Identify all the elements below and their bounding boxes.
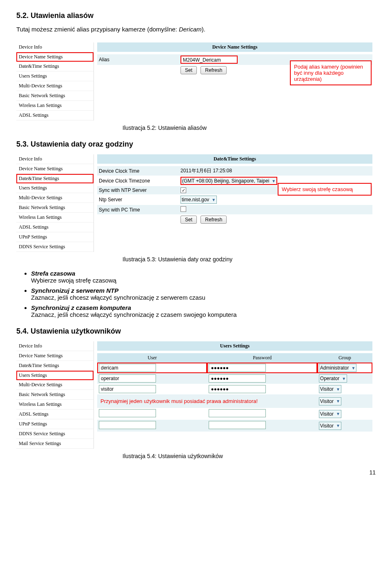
sync-ntp-label: Sync with NTP Server xyxy=(99,187,180,193)
sidebar-item-device-name-settings[interactable]: Device Name Settings xyxy=(16,52,94,62)
panel-header: Date&Time Settings xyxy=(97,154,372,164)
clock-time-value: 2011年1月6日 17:25:08 xyxy=(180,167,371,174)
password-input[interactable]: ●●●●●● xyxy=(209,374,266,383)
refresh-button[interactable]: Refresh xyxy=(200,66,227,74)
sidebar-item-device-info[interactable]: Device Info xyxy=(16,154,94,164)
group-value: Visitor xyxy=(320,423,334,429)
section-5-3-title: 5.3. Ustawienia daty oraz godziny xyxy=(16,140,376,149)
caption-5-3: Ilustracja 5.3: Ustawienia daty oraz god… xyxy=(122,256,376,263)
sidebar-item-mail-settings[interactable]: Mail Service Settings xyxy=(16,439,94,449)
bullet-desc: Zaznacz, jeśli chcesz włączyć synchroniz… xyxy=(31,294,205,301)
sidebar: Device Info Device Name Settings Date&Ti… xyxy=(16,42,94,120)
caption-5-4: Ilustracja 5.4: Ustawienia użytkowników xyxy=(122,453,376,459)
user-input[interactable] xyxy=(99,421,156,429)
group-value: Visitor xyxy=(320,386,334,392)
sidebar-item-adsl-settings[interactable]: ADSL Settings xyxy=(16,111,94,120)
screenshot-5-3: Device Info Device Name Settings Date&Ti… xyxy=(16,154,376,252)
table-row: Przynajmiej jeden użytkownik musi posiad… xyxy=(97,394,372,408)
user-input[interactable]: operator xyxy=(99,374,156,383)
sidebar-item-basic-network-settings[interactable]: Basic Network Settings xyxy=(16,390,94,400)
clock-time-label: Device Clock Time xyxy=(99,168,180,174)
col-group: Group xyxy=(317,353,372,363)
sidebar-item-wireless-lan-settings[interactable]: Wireless Lan Settings xyxy=(16,101,94,111)
bullet-title: Synchronizuj z serwerem NTP xyxy=(31,287,118,294)
admin-note: Przynajmiej jeden użytkownik musi posiad… xyxy=(99,396,316,407)
sidebar-item-device-name-settings[interactable]: Device Name Settings xyxy=(16,164,94,174)
sidebar-item-device-info[interactable]: Device Info xyxy=(16,42,94,52)
set-button[interactable]: Set xyxy=(180,66,197,74)
screenshot-5-2: Device Info Device Name Settings Date&Ti… xyxy=(16,42,376,120)
table-row: Visitor▼ xyxy=(97,420,372,432)
group-select[interactable]: Visitor▼ xyxy=(319,410,341,418)
sidebar-item-adsl-settings[interactable]: ADSL Settings xyxy=(16,223,94,232)
body-text-b: Dericam xyxy=(179,26,202,33)
col-password: Password xyxy=(207,353,317,363)
sync-pc-checkbox[interactable] xyxy=(180,206,186,212)
caption-5-2: Ilustracja 5.2: Ustawienia aliasów xyxy=(122,125,376,131)
chevron-down-icon: ▼ xyxy=(336,412,340,416)
user-input[interactable]: dericam xyxy=(99,364,156,372)
alias-input[interactable]: M204W_Dericam xyxy=(180,56,238,64)
refresh-button[interactable]: Refresh xyxy=(200,216,227,224)
timezone-select[interactable]: (GMT +08:00) Beijing, Singapore, Taipei … xyxy=(180,177,277,185)
sync-pc-label: Sync with PC Time xyxy=(99,207,180,213)
main-panel: Users Settings User Password Group deric… xyxy=(94,341,376,449)
group-value: Operator xyxy=(320,376,339,381)
sidebar-item-device-info[interactable]: Device Info xyxy=(16,341,94,351)
table-row: operator ●●●●●● Operator▼ xyxy=(97,373,372,384)
sidebar-item-date-time-settings[interactable]: Date&Time Settings xyxy=(16,361,94,371)
sidebar-item-wireless-lan-settings[interactable]: Wireless Lan Settings xyxy=(16,400,94,410)
sidebar-item-ddns-settings[interactable]: DDNS Service Settings xyxy=(16,429,94,439)
ntp-server-select[interactable]: time.nist.gov ▼ xyxy=(180,196,217,204)
sync-ntp-checkbox[interactable]: ✓ xyxy=(180,187,186,193)
bullet-ntp: Synchronizuj z serwerem NTP Zaznacz, jeś… xyxy=(31,287,376,301)
sidebar-item-ddns-settings[interactable]: DDNS Service Settings xyxy=(16,242,94,252)
users-table: User Password Group dericam ●●●●●● Admin… xyxy=(97,353,372,432)
password-input[interactable]: ●●●●●● xyxy=(209,385,266,393)
sidebar-item-users-settings[interactable]: Users Settings xyxy=(16,183,94,193)
sidebar-item-users-settings[interactable]: Users Settings xyxy=(16,71,94,81)
section-5-2-body: Tutaj możesz zmienić alias przypisany ka… xyxy=(16,26,376,33)
password-input[interactable]: ●●●●●● xyxy=(209,364,266,372)
chevron-down-icon: ▼ xyxy=(336,399,340,403)
group-value: Administrator xyxy=(320,365,349,371)
group-select[interactable]: Visitor▼ xyxy=(319,422,341,430)
group-value: Visitor xyxy=(320,398,334,404)
body-text-c: ). xyxy=(202,26,205,33)
bullet-desc: Zaznacz, jeśli chcesz włączyć synchroniz… xyxy=(31,311,237,318)
group-select[interactable]: Visitor▼ xyxy=(319,397,341,405)
bullet-desc: Wybierze swoją strefę czasową xyxy=(31,277,116,284)
sidebar-item-multi-device-settings[interactable]: Multi-Device Settings xyxy=(16,380,94,390)
sidebar-item-date-time-settings[interactable]: Date&Time Settings xyxy=(16,62,94,71)
sidebar: Device Info Device Name Settings Date&Ti… xyxy=(16,154,94,252)
chevron-down-icon: ▼ xyxy=(336,423,340,428)
ntp-server-label: Ntp Server xyxy=(99,197,180,203)
sidebar-item-upnp-settings[interactable]: UPnP Settings xyxy=(16,232,94,242)
set-button[interactable]: Set xyxy=(180,216,197,224)
group-select[interactable]: Visitor▼ xyxy=(319,385,341,393)
sidebar-item-basic-network-settings[interactable]: Basic Network Settings xyxy=(16,91,94,101)
password-input[interactable] xyxy=(209,421,266,429)
bullet-timezone: Strefa czasowa Wybierze swoją strefę cza… xyxy=(31,270,376,284)
user-input[interactable] xyxy=(99,409,156,417)
bullet-list: Strefa czasowa Wybierze swoją strefę cza… xyxy=(31,270,376,318)
sidebar-item-basic-network-settings[interactable]: Basic Network Settings xyxy=(16,203,94,213)
group-select[interactable]: Administrator▼ xyxy=(319,364,357,372)
body-text-a: Tutaj możesz zmienić alias przypisany ka… xyxy=(16,26,179,33)
sidebar-item-users-settings[interactable]: Users Settings xyxy=(16,371,94,380)
col-user: User xyxy=(97,353,207,363)
page-number: 11 xyxy=(16,469,376,476)
table-row: visitor ●●●●●● Visitor▼ xyxy=(97,384,372,394)
group-select[interactable]: Operator▼ xyxy=(319,374,347,383)
ntp-server-value: time.nist.gov xyxy=(182,197,209,203)
sidebar-item-device-name-settings[interactable]: Device Name Settings xyxy=(16,351,94,361)
sidebar-item-upnp-settings[interactable]: UPnP Settings xyxy=(16,419,94,429)
sidebar-item-date-time-settings[interactable]: Date&Time Settings xyxy=(16,174,94,183)
table-row: Visitor▼ xyxy=(97,408,372,420)
user-input[interactable]: visitor xyxy=(99,385,156,393)
sidebar-item-multi-device-settings[interactable]: Multi-Device Settings xyxy=(16,193,94,203)
sidebar-item-multi-device-settings[interactable]: Multi-Device Settings xyxy=(16,81,94,91)
password-input[interactable] xyxy=(209,409,266,417)
sidebar-item-adsl-settings[interactable]: ADSL Settings xyxy=(16,410,94,419)
sidebar-item-wireless-lan-settings[interactable]: Wireless Lan Settings xyxy=(16,213,94,223)
